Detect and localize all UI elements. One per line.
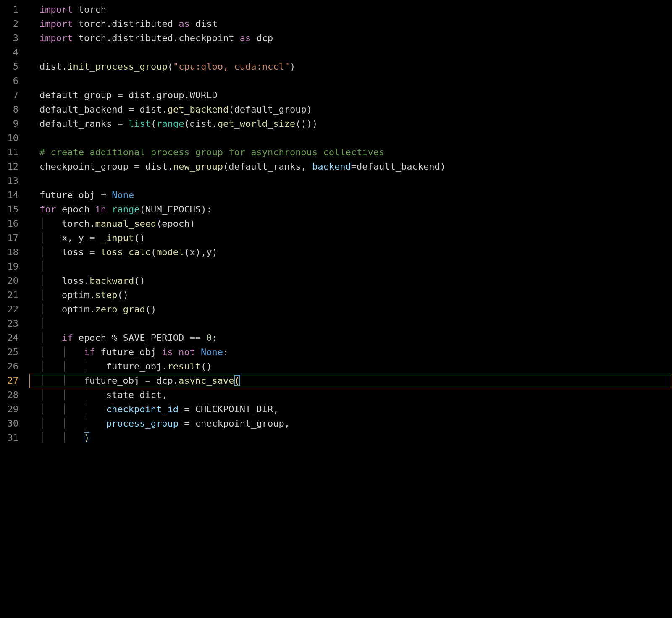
token-fn: backward — [89, 275, 134, 286]
indent-guide — [84, 416, 89, 431]
code-line[interactable]: if future_obj is not None: — [29, 345, 672, 359]
code-line[interactable] — [29, 174, 672, 188]
code-line[interactable]: x, y = _input() — [29, 231, 672, 245]
line-number: 17 — [0, 231, 18, 245]
indent-guide — [39, 416, 45, 431]
code-line[interactable]: dist.init_process_group("cpu:gloo, cuda:… — [29, 60, 672, 74]
line-number: 22 — [0, 302, 18, 317]
line-number: 1 — [0, 3, 18, 17]
token-op: (x),y) — [184, 247, 217, 257]
token-arg: checkpoint_id — [106, 404, 178, 414]
token-nm: future_obj = — [39, 190, 112, 200]
code-line[interactable] — [29, 317, 672, 331]
code-line[interactable] — [29, 259, 672, 274]
token-kw: import — [39, 33, 73, 43]
token-op — [73, 4, 78, 15]
token-op: : — [223, 347, 228, 357]
token-bfn: range — [156, 118, 184, 129]
code-line[interactable] — [29, 131, 672, 145]
token-bfn: list — [129, 118, 151, 129]
line-number: 27 — [0, 374, 18, 388]
token-op: future_obj — [95, 347, 162, 357]
token-nm: future_obj = dcp. — [84, 375, 178, 386]
token-op: = CHECKPOINT_DIR, — [178, 404, 278, 414]
token-kw: for — [39, 204, 56, 215]
code-line[interactable]: # create additional process group for as… — [29, 145, 672, 160]
token-kw: if — [62, 333, 73, 343]
code-line[interactable]: default_ranks = list(range(dist.get_worl… — [29, 117, 672, 131]
token-nm: loss = — [62, 247, 101, 257]
token-nm: dist. — [39, 61, 67, 72]
code-line[interactable]: future_obj = None — [29, 188, 672, 202]
token-op — [73, 33, 78, 43]
code-line[interactable]: optim.zero_grad() — [29, 302, 672, 317]
token-fn: step — [95, 290, 117, 300]
code-line[interactable]: for epoch in range(NUM_EPOCHS): — [29, 202, 672, 217]
token-com: # create additional process group for as… — [39, 147, 384, 157]
code-line[interactable]: checkpoint_id = CHECKPOINT_DIR, — [29, 402, 672, 416]
line-number: 19 — [0, 259, 18, 274]
line-number: 6 — [0, 74, 18, 88]
code-line[interactable]: if epoch % SAVE_PERIOD == 0: — [29, 331, 672, 345]
code-line[interactable]: torch.manual_seed(epoch) — [29, 217, 672, 231]
token-fn: result — [168, 361, 201, 372]
token-op: () — [145, 304, 157, 314]
token-kw: not — [178, 347, 195, 357]
code-line[interactable]: import torch — [29, 3, 672, 17]
indent-guide — [39, 288, 45, 302]
token-op — [106, 204, 112, 215]
token-op: ( — [151, 247, 156, 257]
token-nm: x, y = — [62, 233, 101, 243]
token-nm: default_backend = dist. — [39, 104, 168, 115]
token-kw: import — [39, 18, 73, 29]
code-line[interactable]: default_backend = dist.get_backend(defau… — [29, 102, 672, 117]
code-editor: 1234567891011121314151617181920212223242… — [0, 3, 672, 445]
token-op — [251, 33, 256, 43]
token-fn: _input — [101, 233, 134, 243]
line-number: 2 — [0, 17, 18, 31]
code-line[interactable]: ) — [29, 431, 672, 445]
code-line[interactable] — [29, 45, 672, 60]
token-nm: torch.distributed — [79, 18, 173, 29]
token-fn: loss_calc — [101, 247, 151, 257]
indent-guide — [39, 217, 45, 231]
code-area[interactable]: import torchimport torch.distributed as … — [29, 3, 672, 445]
token-arg: process_group — [106, 418, 178, 429]
token-op: ())) — [295, 118, 318, 129]
token-kw: as — [240, 33, 251, 43]
token-op: (epoch) — [156, 218, 195, 229]
token-op: (dist. — [184, 118, 217, 129]
token-kw: as — [178, 18, 190, 29]
code-line[interactable]: import torch.distributed as dist — [29, 17, 672, 31]
code-line[interactable]: loss.backward() — [29, 274, 672, 288]
code-line[interactable]: future_obj = dcp.async_save( — [29, 374, 672, 388]
token-op: () — [134, 275, 145, 286]
code-line[interactable]: checkpoint_group = dist.new_group(defaul… — [29, 160, 672, 174]
indent-guide — [39, 359, 45, 374]
code-line[interactable]: loss = loss_calc(model(x),y) — [29, 245, 672, 259]
token-op — [234, 33, 240, 43]
token-fn: async_save — [178, 375, 234, 386]
line-number: 18 — [0, 245, 18, 259]
line-number: 12 — [0, 160, 18, 174]
token-kw: in — [95, 204, 106, 215]
token-op: epoch % SAVE_PERIOD == — [73, 333, 206, 343]
code-line[interactable]: future_obj.result() — [29, 359, 672, 374]
token-nm: optim. — [62, 304, 95, 314]
line-number: 13 — [0, 174, 18, 188]
code-line[interactable]: import torch.distributed.checkpoint as d… — [29, 31, 672, 45]
indent-guide — [39, 374, 45, 388]
token-nm: dcp — [257, 33, 273, 43]
indent-guide — [84, 402, 89, 416]
code-line[interactable]: default_group = dist.group.WORLD — [29, 88, 672, 102]
code-line[interactable]: state_dict, — [29, 388, 672, 402]
line-number: 31 — [0, 431, 18, 445]
line-number: 21 — [0, 288, 18, 302]
indent-guide — [39, 274, 45, 288]
code-line[interactable]: optim.step() — [29, 288, 672, 302]
code-line[interactable]: process_group = checkpoint_group, — [29, 416, 672, 431]
code-line[interactable] — [29, 74, 672, 88]
token-nm: checkpoint_group = dist. — [39, 161, 173, 172]
token-op — [173, 18, 178, 29]
line-number: 25 — [0, 345, 18, 359]
